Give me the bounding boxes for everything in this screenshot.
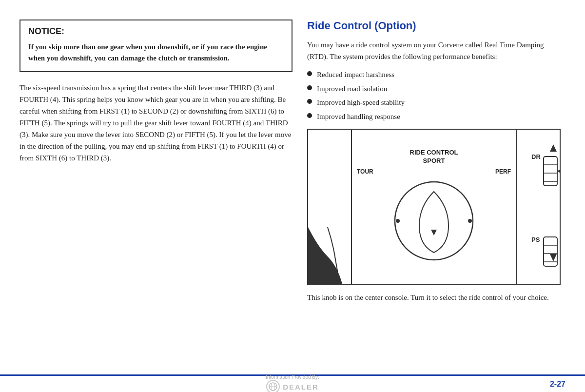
bullet-icon: [307, 71, 312, 76]
dealer-logo-icon: [269, 382, 277, 391]
tour-label: TOUR: [357, 168, 373, 175]
footer-center: Information Provided By: DEALER: [266, 374, 319, 392]
knob-svg: [385, 177, 483, 265]
page-number: 2-27: [550, 380, 566, 389]
diagram-right-panel: DR PS: [516, 130, 560, 284]
notice-box: NOTICE: If you skip more than one gear w…: [20, 20, 292, 72]
transmission-text: The six-speed transmission has a spring …: [20, 82, 292, 164]
left-column: NOTICE: If you skip more than one gear w…: [20, 20, 292, 365]
list-item: Reduced impact harshness: [307, 69, 566, 80]
list-item: Improved handling response: [307, 111, 566, 122]
notice-body: If you skip more than one gear when you …: [28, 41, 284, 63]
page: NOTICE: If you skip more than one gear w…: [0, 0, 585, 392]
benefit-2: Improved road isolation: [317, 83, 387, 95]
dealer-label: DEALER: [283, 383, 319, 391]
bullet-icon: [307, 113, 312, 118]
svg-text:DR: DR: [531, 153, 541, 160]
svg-marker-5: [550, 144, 557, 152]
ride-control-label: RIDE CONTROL: [410, 149, 458, 156]
svg-text:PS: PS: [531, 236, 540, 243]
list-item: Improved road isolation: [307, 83, 566, 95]
dealer-icon: [266, 380, 280, 392]
footer-watermark: Information Provided By: DEALER: [266, 374, 319, 392]
main-content: NOTICE: If you skip more than one gear w…: [0, 0, 585, 374]
svg-point-2: [396, 219, 400, 223]
diagram-caption: This knob is on the center console. Turn…: [307, 292, 566, 303]
perf-label: PERF: [495, 168, 511, 175]
bullet-icon: [307, 85, 312, 90]
list-item: Improved high-speed stability: [307, 97, 566, 108]
intro-text: You may have a ride control system on yo…: [307, 39, 566, 62]
benefits-list: Reduced impact harshness Improved road i…: [307, 69, 566, 122]
notice-title: NOTICE:: [28, 26, 284, 37]
benefit-1: Reduced impact harshness: [317, 69, 394, 80]
right-shape-svg: DR PS: [517, 130, 560, 284]
left-shape-svg: [308, 130, 351, 284]
diagram-left-panel: [308, 130, 352, 284]
svg-point-3: [468, 219, 472, 223]
footer: Information Provided By: DEALER 2-27: [0, 374, 585, 392]
watermark-top: Information Provided By:: [266, 374, 319, 380]
benefit-3: Improved high-speed stability: [317, 97, 405, 108]
sport-label: SPORT: [423, 157, 445, 164]
right-column: Ride Control (Option) You may have a rid…: [307, 20, 566, 365]
knob-row: TOUR PERF: [357, 168, 511, 175]
benefit-4: Improved handling response: [317, 111, 400, 122]
ride-control-diagram: RIDE CONTROL SPORT TOUR PERF: [307, 129, 561, 285]
svg-marker-12: [550, 254, 557, 261]
diagram-center-panel: RIDE CONTROL SPORT TOUR PERF: [352, 130, 516, 284]
bullet-icon: [307, 99, 312, 104]
section-title: Ride Control (Option): [307, 20, 566, 32]
